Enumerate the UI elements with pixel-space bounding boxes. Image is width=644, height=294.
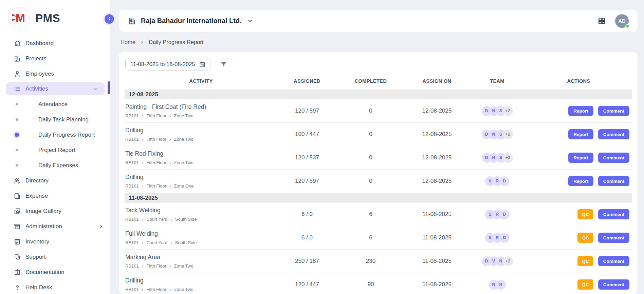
sidebar-item-support[interactable]: Support <box>0 249 110 264</box>
administration-icon <box>14 223 21 230</box>
bullet-icon <box>14 164 20 166</box>
main-area: Raja Bahadur International Ltd. AD Home … <box>110 0 644 294</box>
activity-path: RB101›Fifth Floor›Zone Two <box>125 263 277 269</box>
path-segment: RB101 <box>125 217 139 222</box>
team-extra-badge: +2 <box>503 153 513 163</box>
comment-button[interactable]: Comment <box>598 129 629 139</box>
completed-value: 0 <box>337 178 405 184</box>
path-separator-icon: › <box>142 137 144 142</box>
sidebar-item-directory[interactable]: Directory <box>0 173 110 188</box>
sidebar-subitem-project-report[interactable]: Project Report <box>0 142 110 158</box>
actions-cell: QCComment <box>525 256 632 266</box>
comment-button[interactable]: Comment <box>598 256 629 266</box>
team-cell: NR <box>469 280 525 290</box>
apps-grid-icon[interactable] <box>598 17 606 25</box>
report-button[interactable]: Report <box>568 153 593 163</box>
sidebar-item-inventory[interactable]: Inventory <box>0 234 110 249</box>
column-header-actions: ACTIONS <box>525 78 632 84</box>
group-date-band: 12-08-2025 <box>125 90 632 99</box>
filter-row: 11-08-2025 to 16-08-2025 <box>125 58 632 71</box>
sidebar-item-label: Administration <box>25 223 62 230</box>
bullet-icon <box>14 149 20 151</box>
completed-value: 0 <box>337 154 405 161</box>
path-segment: Zone Two <box>174 160 194 165</box>
company-selector[interactable]: Raja Bahadur International Ltd. <box>128 17 253 25</box>
comment-button[interactable]: Comment <box>598 279 629 290</box>
documentation-icon <box>14 269 21 276</box>
comment-button[interactable]: Comment <box>598 233 629 243</box>
path-separator-icon: › <box>142 217 144 222</box>
path-segment: RB101 <box>125 263 139 269</box>
active-section-indicator <box>108 81 110 94</box>
sidebar-item-dashboard[interactable]: Dashboard <box>0 36 110 51</box>
building-icon <box>128 17 136 25</box>
comment-button[interactable]: Comment <box>598 153 629 163</box>
assign-on-value: 12-08-2025 <box>405 131 469 138</box>
comment-button[interactable]: Comment <box>598 209 629 219</box>
path-segment: RB101 <box>125 287 139 292</box>
sidebar-item-administration[interactable]: Administration <box>0 219 110 234</box>
column-header-completed: COMPLETED <box>337 78 405 84</box>
path-separator-icon: › <box>142 240 144 245</box>
assigned-value: 100 / 447 <box>277 131 337 138</box>
sidebar-item-label: Help Desk <box>25 284 52 291</box>
sidebar-subitem-attendance[interactable]: Attendance <box>0 97 110 112</box>
team-extra-badge: +2 <box>503 106 513 116</box>
chevron-right-icon <box>98 224 104 229</box>
date-range-input[interactable]: 11-08-2025 to 16-08-2025 <box>125 58 210 71</box>
report-button[interactable]: Report <box>568 176 593 186</box>
path-segment: RB101 <box>125 183 139 189</box>
sidebar-item-activities[interactable]: Activities <box>6 82 105 95</box>
completed-value: 230 <box>337 258 405 264</box>
table-body: 12-08-2025Painting - First Coat (Fire Re… <box>125 90 632 294</box>
assigned-value: 6 / 0 <box>277 234 337 241</box>
path-separator-icon: › <box>142 184 144 189</box>
activity-path: RB101›Fifth Floor›Zone Two <box>125 287 277 292</box>
team-cell: VRD <box>469 176 525 186</box>
sidebar-item-documentation[interactable]: Documentation <box>0 264 110 280</box>
path-segment: Fifth Floor <box>146 113 166 118</box>
report-button[interactable]: Report <box>568 106 593 116</box>
team-cell: DNS+2 <box>469 153 525 163</box>
sidebar-subitem-daily-expenses[interactable]: Daily Expenses <box>0 158 110 173</box>
activity-path: RB101›Fifth Floor›Zone Two <box>125 113 277 118</box>
sidebar-item-label: Documentation <box>25 269 64 276</box>
team-cell: SRD <box>469 210 525 219</box>
sidebar-item-help-desk[interactable]: Help Desk <box>0 280 110 294</box>
team-cell: DNS+2 <box>469 106 525 116</box>
sidebar-subitem-daily-task-planning[interactable]: Daily Task Planning <box>0 112 110 127</box>
column-header-assigned: ASSIGNED <box>277 78 337 84</box>
assign-on-value: 11-08-2025 <box>405 211 469 218</box>
path-separator-icon: › <box>170 217 172 222</box>
completed-value: 6 <box>337 211 405 218</box>
sidebar-collapse-button[interactable] <box>105 14 114 24</box>
actions-cell: ReportComment <box>525 106 632 116</box>
sidebar-item-projects[interactable]: Projects <box>0 51 110 66</box>
qc-button[interactable]: QC <box>577 233 593 243</box>
user-avatar[interactable]: AD <box>615 14 629 28</box>
sidebar-item-image-gallary[interactable]: Image Gallary <box>0 203 110 219</box>
path-separator-icon: › <box>169 287 171 292</box>
filter-funnel-icon[interactable] <box>220 61 227 68</box>
activity-title: Painting - First Coat (Fire Red) <box>125 103 277 111</box>
sidebar-item-expense[interactable]: Expense <box>0 188 110 203</box>
actions-cell: ReportComment <box>525 129 632 139</box>
path-segment: South Side <box>175 240 197 245</box>
sidebar-subitem-daily-progress-report[interactable]: Daily Progress Report <box>0 127 110 142</box>
qc-button[interactable]: QC <box>577 256 593 266</box>
comment-button[interactable]: Comment <box>598 106 629 116</box>
report-button[interactable]: Report <box>568 129 593 139</box>
assign-on-value: 11-08-2025 <box>405 281 469 288</box>
breadcrumb-home[interactable]: Home <box>121 39 135 45</box>
column-header-assign-on: ASSIGN ON <box>405 78 469 84</box>
actions-cell: ReportComment <box>525 176 632 186</box>
sidebar-item-employees[interactable]: Employees <box>0 66 110 81</box>
qc-button[interactable]: QC <box>577 279 593 290</box>
table-row: Painting - First Coat (Fire Red)RB101›Fi… <box>125 99 632 123</box>
breadcrumb: Home Daily Progress Report <box>121 39 638 45</box>
path-separator-icon: › <box>142 114 144 118</box>
qc-button[interactable]: QC <box>577 209 593 219</box>
path-separator-icon: › <box>142 160 144 165</box>
sidebar-item-label: Dashboard <box>25 40 54 47</box>
comment-button[interactable]: Comment <box>598 176 629 186</box>
